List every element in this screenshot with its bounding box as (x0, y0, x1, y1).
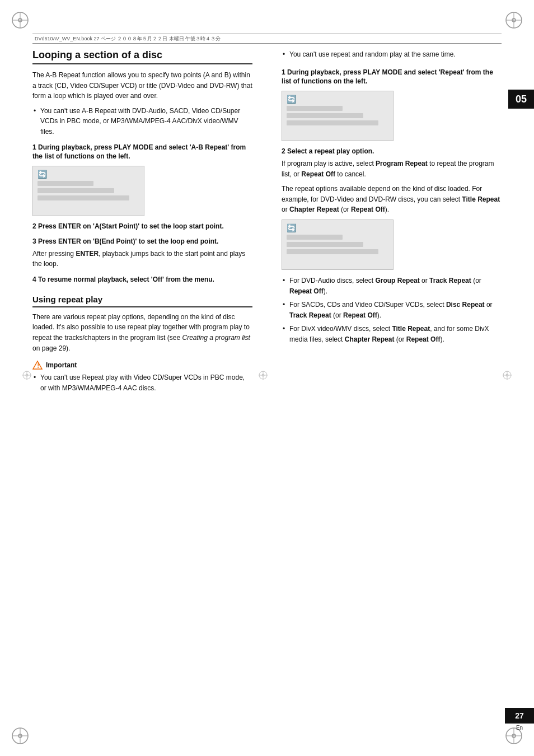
right-bullet1: You can't use repeat and random play at … (282, 49, 502, 60)
right-step1-heading: 1 During playback, press PLAY MODE and s… (282, 68, 502, 87)
screenshot-line-1 (38, 181, 93, 186)
warning-icon: ! (32, 360, 43, 370)
right-bullet-divx: For DivX video/WMV discs, select Title R… (282, 324, 502, 344)
left-column: Looping a section of a disc The A-B Repe… (32, 49, 258, 711)
main-content: Looping a section of a disc The A-B Repe… (32, 49, 502, 711)
corner-decoration-tr (504, 10, 524, 30)
screenshot-line-4 (287, 106, 343, 111)
screenshot-line-9 (287, 249, 378, 254)
screenshot-box-2: 🔄 (282, 91, 394, 141)
crosshair-mid-right (502, 370, 513, 382)
section2-intro: There are various repeat play options, d… (32, 312, 252, 353)
left-step3-text: After pressing ENTER, playback jumps bac… (32, 249, 252, 269)
left-step4-heading: 4 To resume normal playback, select 'Off… (32, 275, 252, 284)
screenshot-line-5 (287, 113, 363, 118)
screenshot-icon-3: 🔄 (287, 223, 388, 232)
header-bar: DVd610AV_WV_EN.book 27 ページ ２００８年５月２２日 木曜… (32, 34, 502, 44)
right-column: You can't use repeat and random play at … (276, 49, 502, 711)
screenshot-line-8 (287, 242, 363, 247)
svg-text:!: ! (38, 363, 39, 369)
right-bullet-sacd: For SACDs, CDs and Video CD/Super VCDs, … (282, 300, 502, 320)
corner-decoration-tl (10, 10, 30, 30)
important-header: ! Important (32, 360, 252, 370)
screenshot-line-7 (287, 235, 343, 240)
important-label: Important (46, 361, 77, 369)
section1-intro: The A-B Repeat function allows you to sp… (32, 70, 252, 101)
page-number-tab: 27 (505, 708, 534, 724)
left-step3-heading: 3 Press ENTER on 'B(End Point)' to set t… (32, 237, 252, 246)
right-step2-text2: The repeat options available depend on t… (282, 184, 502, 215)
crosshair-mid-left (21, 370, 32, 382)
section2-title: Using repeat play (32, 295, 252, 307)
right-step2-heading: 2 Select a repeat play option. (282, 147, 502, 156)
right-step2-text1: If program play is active, select Progra… (282, 158, 502, 179)
right-bullet-dvd: For DVD-Audio discs, select Group Repeat… (282, 276, 502, 296)
screenshot-line-6 (287, 120, 378, 125)
header-text: DVd610AV_WV_EN.book 27 ページ ２００８年５月２２日 木曜… (35, 35, 221, 43)
screenshot-box-3: 🔄 (282, 220, 394, 270)
page-lang-label: En (505, 722, 534, 732)
screenshot-icon-1: 🔄 (38, 170, 139, 179)
important-bullet1: You can't use Repeat play with Video CD/… (32, 372, 252, 393)
corner-decoration-bl (10, 726, 30, 746)
screenshot-box-1: 🔄 (32, 166, 144, 216)
chapter-tab: 05 (508, 90, 534, 109)
important-box: ! Important You can't use Repeat play wi… (32, 360, 252, 393)
section1-title: Looping a section of a disc (32, 49, 252, 64)
screenshot-line-2 (38, 188, 114, 193)
screenshot-icon-2: 🔄 (287, 95, 388, 104)
left-step1-heading: 1 During playback, press PLAY MODE and s… (32, 143, 252, 162)
section1-bullet: You can't use A-B Repeat with DVD-Audio,… (32, 106, 252, 137)
screenshot-line-3 (38, 195, 129, 200)
left-step2-heading: 2 Press ENTER on 'A(Start Point)' to set… (32, 222, 252, 231)
